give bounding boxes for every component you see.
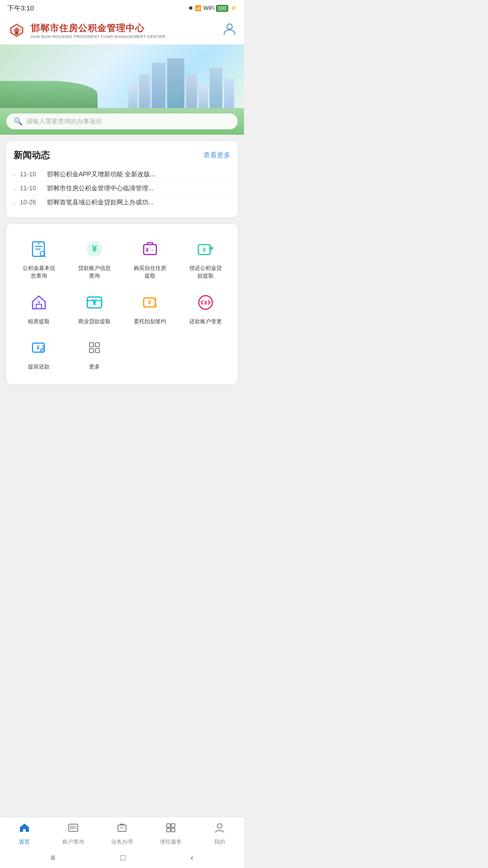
news-item[interactable]: · 10-26 邯郸首笔县域公积金贷款网上办成功... <box>14 196 230 209</box>
service-icon-buy-extract: ¥→ <box>138 237 162 261</box>
news-text: 邯郸首笔县域公积金贷款网上办成功... <box>47 198 230 207</box>
news-list: · 11-10 邯郸公积金APP又增新功能 全新改版... · 11-10 邯郸… <box>14 168 230 209</box>
news-dot: · <box>14 185 15 193</box>
service-icon-acct-change: ¥ <box>194 291 217 314</box>
news-card: 新闻动态 查看更多 · 11-10 邯郸公积金APP又增新功能 全新改版... … <box>6 141 238 217</box>
service-biz-loan[interactable]: ¥ 商业贷款提取 <box>66 285 122 331</box>
svg-rect-29 <box>89 343 94 347</box>
service-icon-rent-extract: ¥ <box>27 291 51 314</box>
bluetooth-icon: ✱ <box>188 5 193 11</box>
svg-rect-30 <box>95 343 99 347</box>
user-profile-icon[interactable] <box>222 22 237 39</box>
service-label-buy-extract: 购买自住住房提取 <box>134 264 166 280</box>
service-prepay[interactable]: ¥ 提前还款 <box>11 330 66 376</box>
search-bar-wrapper: 🔍 请输入需要查询的办事项目 <box>0 108 244 135</box>
building-small-2 <box>199 83 208 108</box>
news-more-button[interactable]: 查看更多 <box>203 151 230 160</box>
svg-text:¥: ¥ <box>148 299 151 306</box>
building-tall-3 <box>210 67 222 108</box>
service-acct-change[interactable]: ¥ 还款账户变更 <box>178 285 233 331</box>
news-date: 10-26 <box>20 198 42 206</box>
service-label-acct-change: 还款账户变更 <box>189 318 222 326</box>
header-logo: 邯郸市住房公积金管理中心 HAN DAN HOUSING PROVIDENT F… <box>7 21 165 40</box>
service-label-rent-extract: 租房提取 <box>28 318 50 326</box>
news-header: 新闻动态 查看更多 <box>14 149 230 161</box>
header-title-en: HAN DAN HOUSING PROVIDENT FUND MANAGEMEN… <box>31 34 165 39</box>
news-date: 11-10 <box>20 170 42 178</box>
svg-text:¥: ¥ <box>92 244 97 254</box>
service-label-loan-query: 贷款账户信息查询 <box>78 264 111 280</box>
svg-text:¥: ¥ <box>36 344 39 351</box>
battery-icon: 100 <box>216 5 228 12</box>
news-dot: · <box>14 171 15 179</box>
svg-line-7 <box>44 255 46 257</box>
service-icon-gjj-query: ¥ <box>27 237 51 261</box>
service-rent-extract[interactable]: ¥ 租房提取 <box>11 285 66 331</box>
building-small-3 <box>224 79 234 108</box>
svg-rect-31 <box>89 349 94 353</box>
header-title-block: 邯郸市住房公积金管理中心 HAN DAN HOUSING PROVIDENT F… <box>31 22 165 39</box>
service-label-auto-pay: 委托扣划签约 <box>134 318 166 326</box>
svg-text:¥: ¥ <box>37 299 40 305</box>
service-repay-extract[interactable]: ¥ 偿还公积金贷款提取 <box>178 232 233 285</box>
news-dot: · <box>14 199 15 207</box>
service-gjj-query[interactable]: ¥ 公积金基本信息查询 <box>11 232 66 285</box>
svg-text:¥: ¥ <box>37 241 40 246</box>
services-grid: ¥ 公积金基本信息查询 ¥ 贷款账户信息查询 ¥→ 购买自住住房提取 ¥ 偿还公… <box>11 232 233 376</box>
svg-rect-32 <box>95 349 99 353</box>
header-title-cn: 邯郸市住房公积金管理中心 <box>31 22 165 34</box>
service-label-more: 更多 <box>89 363 100 371</box>
service-icon-biz-loan: ¥ <box>83 291 106 314</box>
app-header: 邯郸市住房公积金管理中心 HAN DAN HOUSING PROVIDENT F… <box>0 16 244 45</box>
banner <box>0 45 244 108</box>
service-icon-repay-extract: ¥ <box>194 237 217 261</box>
service-auto-pay[interactable]: ¥ 委托扣划签约 <box>122 285 178 331</box>
service-buy-extract[interactable]: ¥→ 购买自住住房提取 <box>122 232 178 285</box>
svg-text:¥: ¥ <box>202 246 206 253</box>
news-date: 11-10 <box>20 184 42 192</box>
status-time: 下午3:10 <box>7 4 34 13</box>
status-icons: ✱ 📶 WiFi 100 ⚡ <box>188 5 237 12</box>
service-icon-loan-query: ¥ <box>83 237 106 261</box>
banner-buildings <box>0 54 244 108</box>
status-bar: 下午3:10 ✱ 📶 WiFi 100 ⚡ <box>0 0 244 16</box>
services-card: ¥ 公积金基本信息查询 ¥ 贷款账户信息查询 ¥→ 购买自住住房提取 ¥ 偿还公… <box>6 224 238 384</box>
service-loan-query[interactable]: ¥ 贷款账户信息查询 <box>66 232 122 285</box>
svg-point-2 <box>227 24 232 29</box>
building-small <box>128 83 137 108</box>
svg-text:¥→: ¥→ <box>145 246 154 253</box>
charge-icon: ⚡ <box>230 5 237 11</box>
service-label-biz-loan: 商业贷款提取 <box>78 318 111 326</box>
building-medium <box>139 74 150 108</box>
svg-text:¥: ¥ <box>204 300 207 306</box>
search-icon: 🔍 <box>14 117 23 126</box>
service-label-prepay: 提前还款 <box>28 363 50 371</box>
service-more[interactable]: 更多 <box>66 330 122 376</box>
building-tall-2 <box>167 58 184 108</box>
news-item[interactable]: · 11-10 邯郸市住房公积金管理中心临漳管理... <box>14 182 230 196</box>
service-icon-auto-pay: ¥ <box>138 291 162 314</box>
search-bar[interactable]: 🔍 请输入需要查询的办事项目 <box>6 113 238 129</box>
news-item[interactable]: · 11-10 邯郸公积金APP又增新功能 全新改版... <box>14 168 230 182</box>
service-icon-more <box>83 336 106 359</box>
search-placeholder-text: 请输入需要查询的办事项目 <box>26 118 230 126</box>
building-tall-1 <box>152 63 165 108</box>
service-label-repay-extract: 偿还公积金贷款提取 <box>189 264 222 280</box>
wifi-icon: WiFi <box>203 5 214 11</box>
service-label-gjj-query: 公积金基本信息查询 <box>23 264 55 280</box>
main-content: 新闻动态 查看更多 · 11-10 邯郸公积金APP又增新功能 全新改版... … <box>0 135 244 391</box>
news-title: 新闻动态 <box>14 149 50 161</box>
svg-rect-15 <box>36 304 42 309</box>
service-icon-prepay: ¥ <box>27 336 51 359</box>
signal-icon: 📶 <box>195 5 202 11</box>
news-text: 邯郸公积金APP又增新功能 全新改版... <box>47 170 230 179</box>
building-medium-2 <box>186 74 197 108</box>
app-logo-icon <box>7 21 26 40</box>
news-text: 邯郸市住房公积金管理中心临漳管理... <box>47 184 230 193</box>
svg-text:¥: ¥ <box>92 298 96 307</box>
